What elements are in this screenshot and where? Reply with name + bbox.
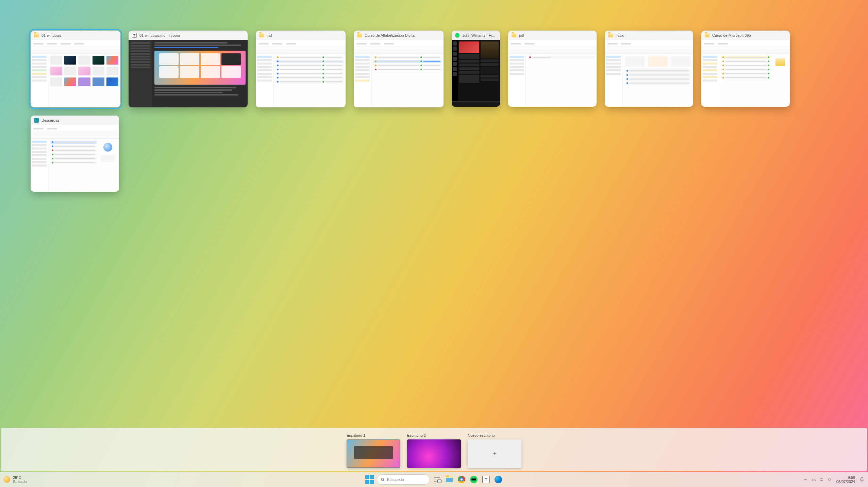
vd-label: Escritorio 1 [347,433,400,437]
search-placeholder: Búsqueda [387,477,404,482]
folder-icon [259,33,264,37]
edge-icon [495,476,502,483]
typora-icon: T [482,476,490,483]
window-preview [354,40,444,107]
spotify-icon [455,33,460,38]
folder-icon [512,33,516,37]
taskbar-app-chrome[interactable] [456,474,467,485]
window-preview [256,40,346,107]
start-button[interactable] [365,474,375,485]
window-preview [701,40,790,107]
window-descargas[interactable]: Descargas [31,116,119,192]
system-tray [803,477,832,482]
downloads-icon [34,118,39,123]
folder-icon [34,33,39,37]
taskbar-app-explorer[interactable] [444,474,454,485]
svg-rect-2 [820,479,823,481]
window-inicio[interactable]: Inicio [605,31,693,107]
tray-chevron-up-icon[interactable] [803,477,808,482]
window-curso-m365[interactable]: Curso de Microsoft 365 [701,31,790,107]
window-title: John Williams - Finale [462,33,497,37]
clock-date: 05/07/2024 [836,480,855,484]
new-desktop[interactable]: Nuevo escritorio + [468,433,521,468]
window-titlebar: Curso de Microsoft 365 [701,31,790,40]
window-spotify[interactable]: John Williams - Finale [452,31,500,107]
window-01-windows[interactable]: 01-windows [31,31,120,107]
window-title: 01-windows.md - Typora [139,33,180,37]
svg-line-1 [383,480,384,481]
virtual-desktop-2[interactable]: Escritorio 2 [407,433,461,468]
vd-thumb[interactable] [407,439,461,468]
window-title: Descargas [41,118,60,122]
file-explorer-icon [446,477,453,482]
wifi-icon[interactable] [819,477,824,482]
window-titlebar: Descargas [31,116,119,125]
window-title: Inicio [616,33,624,37]
taskbar: 26°C Soleado Búsqueda T 9:58 05/07/2024 [0,472,868,487]
virtual-desktop-strip: Escritorio 1 Escritorio 2 Nuevo escritor… [1,428,867,471]
window-title: 01-windows [41,33,61,37]
taskbar-center: Búsqueda T [365,474,503,485]
vd-label: Nuevo escritorio [468,433,521,437]
folder-icon [357,33,362,37]
window-preview [605,40,693,107]
window-titlebar: T 01-windows.md - Typora [129,31,248,40]
task-view-icon [434,477,440,482]
search-icon [381,477,385,482]
window-titlebar: md [256,31,346,40]
window-title: pdf [519,33,524,37]
svg-point-0 [381,478,384,481]
taskbar-weather[interactable]: 26°C Soleado [3,475,27,484]
notifications-button[interactable] [859,476,865,483]
taskbar-app-edge[interactable] [493,474,503,485]
weather-cond: Soleado [13,480,27,484]
chrome-icon [458,476,465,483]
volume-icon[interactable] [828,477,832,482]
window-preview [31,125,119,192]
bell-icon [859,476,865,483]
window-preview [31,40,120,107]
search-box[interactable]: Búsqueda [377,474,430,485]
window-titlebar: John Williams - Finale [452,31,500,40]
onedrive-icon[interactable] [811,477,816,482]
taskbar-right: 9:58 05/07/2024 [803,475,865,484]
window-title: Curso de Microsoft 365 [712,33,751,37]
window-preview [129,40,248,107]
window-titlebar: Curso de Alfabetización Digital [354,31,444,40]
weather-temp: 26°C [13,475,27,480]
window-typora[interactable]: T 01-windows.md - Typora [129,31,248,107]
window-md[interactable]: md [256,31,346,107]
window-titlebar: Inicio [605,31,693,40]
folder-icon [608,33,613,37]
window-preview [508,40,597,107]
taskbar-clock[interactable]: 9:58 05/07/2024 [836,475,855,484]
weather-sun-icon [3,476,10,483]
window-titlebar: 01-windows [31,31,120,40]
vd-thumb-new[interactable]: + [468,439,521,468]
window-title: Curso de Alfabetización Digital [365,33,415,37]
clock-time: 9:58 [848,475,855,480]
folder-icon [705,33,710,37]
task-view-button[interactable] [432,474,442,485]
window-pdf[interactable]: pdf [508,31,597,107]
svg-rect-3 [821,481,822,481]
taskbar-app-spotify[interactable] [469,474,479,485]
vd-label: Escritorio 2 [407,433,461,437]
window-curso-alfabetizacion[interactable]: Curso de Alfabetización Digital [354,31,444,107]
taskbar-app-typora[interactable]: T [481,474,491,485]
spotify-icon [470,476,478,483]
window-titlebar: pdf [508,31,597,40]
window-preview [452,40,500,107]
typora-icon: T [132,33,137,38]
virtual-desktop-1[interactable]: Escritorio 1 [347,433,400,468]
vd-thumb[interactable] [347,439,400,468]
window-title: md [267,33,272,37]
task-view: 01-windows [31,31,837,192]
